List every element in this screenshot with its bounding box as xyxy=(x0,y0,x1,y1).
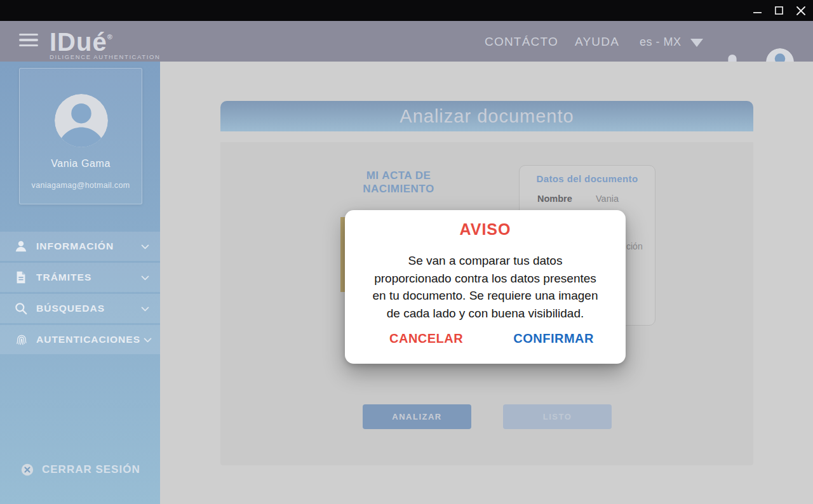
sidebar-item-label: AUTENTICACIONES xyxy=(36,334,140,345)
sidebar-item-autenticaciones[interactable]: AUTENTICACIONES xyxy=(0,325,160,354)
confirm-button[interactable]: CONFIRMAR xyxy=(513,331,594,346)
person-icon xyxy=(14,239,28,253)
field-label: Nombre xyxy=(537,194,596,204)
sidebar: Vania Gama vaniagamag@hotmail.com INFORM… xyxy=(0,62,160,504)
chevron-down-icon xyxy=(142,335,153,345)
brand-logo: IDué® DILIGENCE AUTHENTICATION xyxy=(50,23,160,60)
profile-name: Vania Gama xyxy=(20,158,142,169)
clipped-field-text: ción xyxy=(626,241,643,251)
profile-email: vaniagamag@hotmail.com xyxy=(20,181,142,190)
chevron-down-icon xyxy=(140,241,151,252)
chevron-down-icon xyxy=(140,303,151,314)
sidebar-menu: INFORMACIÓN TRÁMITES xyxy=(0,232,160,356)
logout-button[interactable]: CERRAR SESIÓN xyxy=(21,463,140,476)
sidebar-item-label: BÚSQUEDAS xyxy=(36,303,105,314)
language-selector[interactable]: es - MX xyxy=(640,36,703,49)
dialog-message: Se van a comparar tus datos proporcionad… xyxy=(345,252,626,322)
nav-contact[interactable]: CONTÁCTO xyxy=(485,35,558,49)
field-value: Vania xyxy=(596,194,619,204)
dialog-actions: CANCELAR CONFIRMAR xyxy=(389,331,594,346)
minimize-icon[interactable] xyxy=(753,6,762,15)
language-value: es - MX xyxy=(640,36,682,49)
brand-tagline: DILIGENCE AUTHENTICATION xyxy=(50,53,160,60)
nav-help[interactable]: AYUDA xyxy=(575,35,619,49)
sidebar-item-informacion[interactable]: INFORMACIÓN xyxy=(0,232,160,261)
page-title: Analizar documento xyxy=(220,101,753,131)
sidebar-item-label: TRÁMITES xyxy=(36,272,91,283)
sidebar-item-label: INFORMACIÓN xyxy=(36,241,114,252)
profile-avatar xyxy=(55,94,108,147)
panel-title: Datos del documento xyxy=(520,173,655,184)
sidebar-item-tramites[interactable]: TRÁMITES xyxy=(0,263,160,292)
logout-label: CERRAR SESIÓN xyxy=(42,463,140,476)
x-circle-icon xyxy=(21,463,34,476)
chevron-down-icon xyxy=(140,272,151,283)
menu-icon[interactable] xyxy=(19,34,38,46)
dialog-message-line: Se van a comparar tus datos xyxy=(345,252,626,270)
dialog-message-line: en tu documento. Se requiere una imagen xyxy=(345,287,626,305)
dropdown-triangle-icon xyxy=(690,39,703,47)
main-content: Analizar documento MI ACTA DE NACIMIENTO… xyxy=(160,62,813,504)
fingerprint-icon xyxy=(15,333,28,346)
field-row: Nombre Vania xyxy=(537,194,645,204)
profile-card: Vania Gama vaniagamag@hotmail.com xyxy=(19,68,142,204)
brand-name: IDué® xyxy=(50,23,160,55)
close-icon[interactable] xyxy=(796,6,805,15)
window-titlebar xyxy=(0,0,813,21)
aviso-dialog: AVISO Se van a comparar tus datos propor… xyxy=(345,210,626,364)
document-icon xyxy=(14,270,28,284)
window-controls xyxy=(753,0,805,21)
dialog-title: AVISO xyxy=(345,220,626,239)
dialog-message-line: de cada lado y con buena visibilidad. xyxy=(345,305,626,322)
cancel-button[interactable]: CANCELAR xyxy=(389,331,463,346)
document-label: MI ACTA DE NACIMIENTO xyxy=(346,169,451,196)
search-icon xyxy=(14,302,28,315)
app-header: IDué® DILIGENCE AUTHENTICATION CONTÁCTO … xyxy=(0,21,813,62)
app-window: IDué® DILIGENCE AUTHENTICATION CONTÁCTO … xyxy=(0,0,813,504)
dialog-message-line: proporcionado contra los datos presentes xyxy=(345,270,626,288)
analizar-button[interactable]: ANALIZAR xyxy=(363,404,471,429)
registered-mark: ® xyxy=(107,33,112,41)
maximize-icon[interactable] xyxy=(774,6,784,15)
sidebar-item-busquedas[interactable]: BÚSQUEDAS xyxy=(0,294,160,323)
listo-button[interactable]: LISTO xyxy=(503,404,612,429)
